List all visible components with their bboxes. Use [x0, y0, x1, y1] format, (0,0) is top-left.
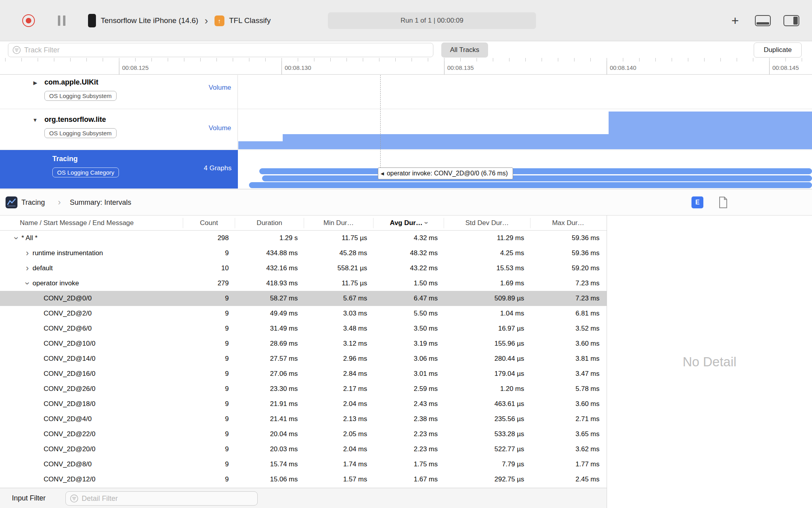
breadcrumb-instrument[interactable]: Tracing — [21, 189, 45, 216]
table-row[interactable]: CONV_2D@2/0 9 49.49 ms 3.03 ms 5.50 ms 1… — [0, 306, 607, 321]
track-filter-input[interactable] — [24, 46, 429, 54]
interval-bar[interactable] — [249, 182, 812, 188]
track-meta[interactable]: Volume — [209, 84, 231, 92]
disclosure-collapsed-icon[interactable]: ▶ — [33, 80, 37, 86]
table-row[interactable]: CONV_2D@0/0 9 58.27 ms 5.67 ms 6.47 ms 5… — [0, 291, 607, 306]
row-stddev-duration: 1.69 ms — [444, 279, 530, 287]
detail-filter-input[interactable] — [82, 495, 253, 503]
right-pane-toggle-icon[interactable] — [783, 15, 799, 26]
table-row[interactable]: runtime instrumentation 9 434.88 ms 45.2… — [0, 246, 607, 261]
track-meta[interactable]: 4 Graphs — [204, 164, 232, 172]
row-expander-icon[interactable] — [22, 249, 33, 258]
track-badge: OS Logging Subsystem — [44, 91, 117, 101]
track-meta[interactable]: Volume — [209, 124, 231, 132]
row-count: 9 — [183, 385, 235, 393]
disclosure-expanded-icon[interactable]: ▼ — [33, 117, 38, 123]
table-row[interactable]: CONV_2D@14/0 9 27.57 ms 2.96 ms 3.06 ms … — [0, 351, 607, 366]
column-header-name[interactable]: Name / Start Message / End Message — [0, 218, 183, 228]
column-header-count[interactable]: Count — [183, 218, 235, 228]
row-max-duration: 2.45 ms — [530, 475, 606, 483]
document-icon[interactable] — [718, 196, 728, 208]
breadcrumb-page[interactable]: Summary: Intervals — [70, 189, 131, 216]
ruler-label: 00:08.140 — [607, 61, 636, 75]
row-stddev-duration: 292.75 µs — [444, 475, 530, 483]
row-count: 9 — [183, 355, 235, 363]
track-name: org.tensorflow.lite — [44, 115, 106, 124]
table-row[interactable]: CONV_2D@8/0 9 15.74 ms 1.74 ms 1.75 ms 7… — [0, 457, 607, 472]
right-strip-icon — [793, 17, 798, 25]
row-name: runtime instrumentation — [33, 249, 103, 257]
row-avg-duration: 1.50 ms — [373, 279, 444, 287]
row-count: 10 — [183, 264, 235, 272]
row-expander-icon[interactable] — [11, 234, 21, 242]
playhead-dashed-line[interactable] — [380, 75, 381, 168]
device-name[interactable]: Tensorflow Lite iPhone (14.6) — [101, 16, 198, 25]
track-lane[interactable]: ◀ operator invoke: CONV_2D@0/0 (6.76 ms) — [238, 150, 812, 189]
track-tracing[interactable]: Tracing OS Logging Category 4 Graphs ◀ o… — [0, 150, 812, 189]
track-header[interactable]: ▼ org.tensorflow.lite OS Logging Subsyst… — [0, 109, 238, 150]
extended-detail-button[interactable]: E — [691, 196, 703, 208]
tracing-instrument-icon — [6, 196, 17, 208]
table-row[interactable]: * All * 298 1.29 s 11.75 µs 4.32 ms 11.2… — [0, 231, 607, 246]
column-header-stddev[interactable]: Std Dev Dur… — [444, 218, 530, 228]
row-expander-icon[interactable] — [22, 279, 33, 288]
row-name-cell: operator invoke — [0, 279, 183, 288]
table-row[interactable]: default 10 432.16 ms 558.21 µs 43.22 ms … — [0, 261, 607, 276]
table-row[interactable]: CONV_2D@12/0 9 15.06 ms 1.57 ms 1.67 ms … — [0, 472, 607, 487]
column-header-min[interactable]: Min Dur… — [304, 218, 373, 228]
row-min-duration: 45.28 ms — [304, 249, 373, 257]
detail-filter-field[interactable] — [65, 491, 258, 506]
row-min-duration: 2.05 ms — [304, 430, 373, 438]
row-stddev-duration: 15.53 ms — [444, 264, 530, 272]
column-header-duration[interactable]: Duration — [235, 218, 304, 228]
track-uikit[interactable]: ▶ com.apple.UIKit OS Logging Subsystem V… — [0, 75, 812, 109]
row-name: default — [33, 264, 53, 272]
track-tensorflow[interactable]: ▼ org.tensorflow.lite OS Logging Subsyst… — [0, 109, 812, 150]
row-stddev-duration: 509.89 µs — [444, 294, 530, 302]
table-row[interactable]: operator invoke 279 418.93 ms 11.75 µs 1… — [0, 276, 607, 291]
record-button[interactable] — [22, 14, 35, 27]
row-min-duration: 5.67 ms — [304, 294, 373, 302]
row-avg-duration: 3.06 ms — [373, 355, 444, 363]
table-row[interactable]: CONV_2D@20/0 9 20.03 ms 2.04 ms 2.23 ms … — [0, 442, 607, 457]
bottom-pane-toggle-icon[interactable] — [755, 15, 771, 26]
row-min-duration: 11.75 µs — [304, 279, 373, 287]
table-row[interactable]: CONV_2D@18/0 9 21.91 ms 2.04 ms 2.43 ms … — [0, 396, 607, 412]
row-name-cell: CONV_2D@16/0 — [0, 370, 183, 378]
track-area: ▶ com.apple.UIKit OS Logging Subsystem V… — [0, 75, 812, 189]
row-stddev-duration: 7.79 µs — [444, 460, 530, 468]
column-header-avg[interactable]: Avg Dur… › — [373, 218, 444, 228]
pause-bar-icon — [58, 15, 60, 26]
row-min-duration: 11.75 µs — [304, 234, 373, 242]
table-row[interactable]: CONV_2D@22/0 9 20.04 ms 2.05 ms 2.23 ms … — [0, 427, 607, 442]
tooltip-label: operator invoke: CONV_2D@0/0 (6.76 ms) — [387, 170, 508, 177]
table-header: Name / Start Message / End Message Count… — [0, 216, 607, 231]
track-lane[interactable] — [238, 109, 812, 150]
row-duration: 21.91 ms — [235, 400, 304, 408]
row-stddev-duration: 235.56 µs — [444, 415, 530, 423]
pause-button[interactable] — [58, 15, 68, 26]
row-max-duration: 5.78 ms — [530, 385, 606, 393]
track-header[interactable]: ▶ com.apple.UIKit OS Logging Subsystem V… — [0, 75, 238, 109]
table-row[interactable]: CONV_2D@26/0 9 23.30 ms 2.17 ms 2.59 ms … — [0, 381, 607, 396]
app-name[interactable]: TFL Classify — [229, 16, 271, 25]
track-lane[interactable] — [238, 75, 812, 109]
add-instrument-button[interactable]: + — [726, 12, 744, 29]
table-row[interactable]: CONV_2D@6/0 9 31.49 ms 3.48 ms 3.50 ms 1… — [0, 321, 607, 336]
target-selector[interactable]: Tensorflow Lite iPhone (14.6) › ↑ TFL Cl… — [88, 0, 271, 41]
row-avg-duration: 48.32 ms — [373, 249, 444, 257]
row-stddev-duration: 280.44 µs — [444, 355, 530, 363]
table-row[interactable]: CONV_2D@4/0 9 21.41 ms 2.13 ms 2.38 ms 2… — [0, 412, 607, 427]
table-row[interactable]: CONV_2D@10/0 9 28.69 ms 3.12 ms 3.19 ms … — [0, 336, 607, 351]
row-expander-icon[interactable] — [22, 264, 33, 273]
interval-bar[interactable] — [262, 175, 812, 181]
interval-bar[interactable] — [259, 168, 812, 174]
track-header-selected[interactable]: Tracing OS Logging Category 4 Graphs — [0, 150, 238, 189]
time-ruler[interactable]: 00:08.125 00:08.130 00:08.135 00:08.140 … — [0, 58, 812, 75]
track-filter-field[interactable] — [8, 43, 433, 57]
row-min-duration: 2.04 ms — [304, 445, 373, 453]
all-tracks-button[interactable]: All Tracks — [441, 42, 488, 58]
duplicate-button[interactable]: Duplicate — [754, 42, 802, 58]
column-header-max[interactable]: Max Dur… — [530, 218, 606, 228]
table-row[interactable]: CONV_2D@16/0 9 27.06 ms 2.84 ms 3.01 ms … — [0, 366, 607, 381]
